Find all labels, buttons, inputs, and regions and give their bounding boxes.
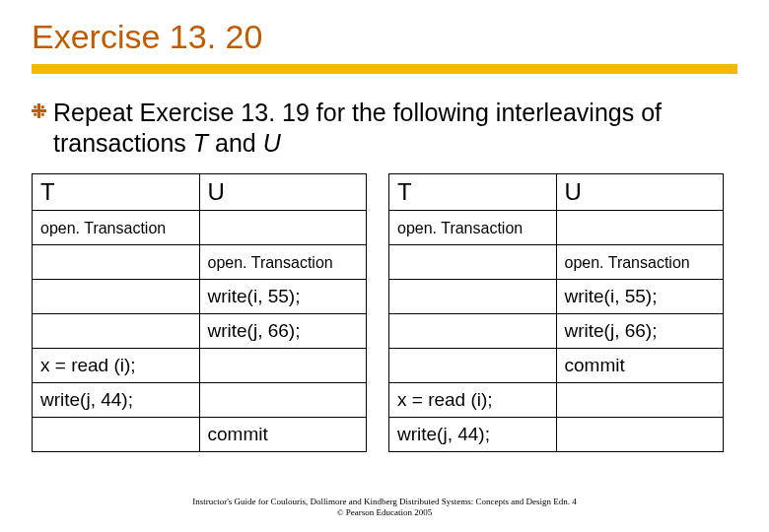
table-row: write(i, 55); <box>389 279 724 313</box>
cell <box>389 279 557 313</box>
body-text-mid: and <box>208 129 263 157</box>
cell: x = read (i); <box>33 348 200 382</box>
cell <box>33 279 200 313</box>
cell: commit <box>199 417 367 451</box>
footer-line-2: © Pearson Education 2005 <box>0 507 769 518</box>
cell: write(j, 44); <box>33 382 200 417</box>
table-row: write(j, 44); <box>389 417 724 451</box>
svg-rect-4 <box>34 113 36 116</box>
footer-line-1: Instructor's Guide for Coulouris, Dollim… <box>0 497 769 507</box>
cell <box>33 313 200 348</box>
cell: open. Transaction <box>33 210 200 244</box>
table-row: commit <box>33 417 367 451</box>
svg-rect-5 <box>41 113 44 116</box>
cell <box>389 348 557 382</box>
body-text-u: U <box>263 129 281 157</box>
table-row: write(i, 55); <box>33 279 367 313</box>
cell: write(j, 66); <box>199 313 367 348</box>
footer: Instructor's Guide for Coulouris, Dollim… <box>0 497 769 518</box>
title-rule <box>32 64 737 74</box>
cell <box>199 348 367 382</box>
table-row: x = read (i); <box>33 348 367 382</box>
body-text-t: T <box>193 129 208 157</box>
cell: write(i, 55); <box>199 279 367 313</box>
body-paragraph: Repeat Exercise 13. 19 for the following… <box>32 98 737 160</box>
cell <box>33 417 200 451</box>
table-row: write(j, 44); <box>33 382 367 417</box>
table-row: open. Transaction <box>389 244 724 279</box>
cell: open. Transaction <box>199 244 367 279</box>
cell: commit <box>556 348 724 382</box>
interleaving-table-2: T U open. Transaction open. Transaction … <box>388 173 724 452</box>
col-header-u: U <box>556 173 724 210</box>
table-row: open. Transaction <box>33 244 367 279</box>
col-header-t: T <box>389 173 557 210</box>
cell <box>556 382 724 417</box>
table-row: write(j, 66); <box>33 313 367 348</box>
cell: write(j, 66); <box>556 313 724 348</box>
cell: open. Transaction <box>556 244 724 279</box>
cell <box>556 417 724 451</box>
svg-rect-1 <box>32 109 46 112</box>
table-row: write(j, 66); <box>389 313 724 348</box>
table-row: T U <box>389 173 724 210</box>
svg-rect-2 <box>34 105 36 108</box>
cell <box>389 244 557 279</box>
cell <box>556 210 724 244</box>
cell: x = read (i); <box>389 382 557 417</box>
page-title: Exercise 13. 20 <box>32 18 737 56</box>
body-text-pre: Repeat Exercise 13. 19 for the following… <box>53 99 662 157</box>
cell <box>199 210 367 244</box>
interleaving-table-1: T U open. Transaction open. Transaction … <box>32 173 367 452</box>
table-row: commit <box>389 348 724 382</box>
cell: write(j, 44); <box>389 417 557 451</box>
col-header-t: T <box>33 173 200 210</box>
cell: open. Transaction <box>389 210 557 244</box>
col-header-u: U <box>199 173 367 210</box>
table-row: open. Transaction <box>33 210 367 244</box>
cell <box>33 244 200 279</box>
table-row: x = read (i); <box>389 382 724 417</box>
table-row: open. Transaction <box>389 210 724 244</box>
cell <box>389 313 557 348</box>
cell <box>199 382 367 417</box>
svg-rect-3 <box>41 105 44 108</box>
cell: write(i, 55); <box>556 279 724 313</box>
bullet-icon <box>32 103 46 118</box>
tables-container: T U open. Transaction open. Transaction … <box>32 173 737 452</box>
table-row: T U <box>33 173 367 210</box>
